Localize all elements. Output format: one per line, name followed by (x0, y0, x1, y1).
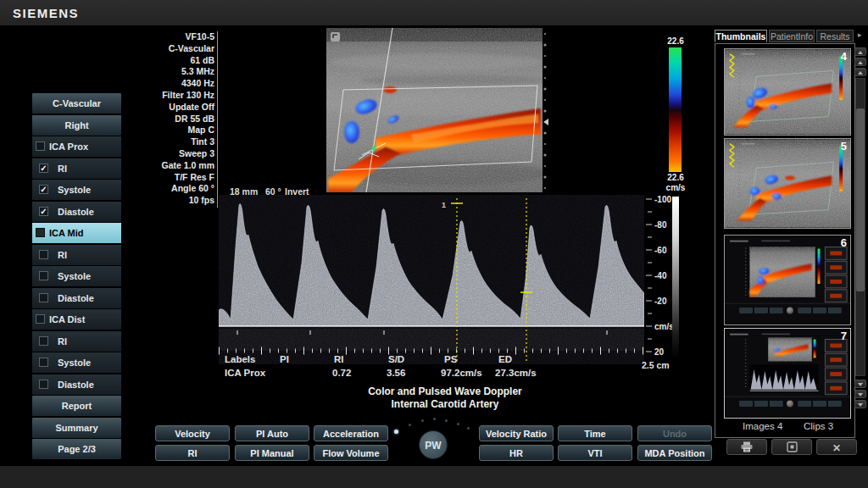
sidebar-item-ica-prox[interactable]: ✓ ICA Prox (32, 136, 121, 157)
checkbox[interactable]: ✓ (39, 164, 48, 173)
scroll-up-button[interactable] (854, 68, 866, 76)
checkbox[interactable]: ✓ (39, 293, 48, 302)
tab-more-arrow-icon[interactable]: ▸ (858, 30, 862, 39)
pw-mode-knob[interactable]: PW (419, 430, 448, 459)
thumbnail-image-7[interactable]: 7 (724, 328, 851, 419)
thumb5-content (725, 139, 850, 228)
meas-header-ps: PS (444, 354, 457, 364)
vti-button[interactable]: VTI (558, 445, 632, 461)
sidebar-item-diastole[interactable]: ✓ Diastole (32, 288, 121, 308)
meas-value-ri: 0.72 (332, 368, 351, 378)
checkbox[interactable]: ✓ (39, 271, 48, 280)
hr-button[interactable]: HR (479, 445, 554, 461)
thumbnail-number: 4 (841, 50, 847, 63)
meas-header-ri: RI (334, 354, 344, 364)
tab-patientinfo[interactable]: PatientInfo (769, 30, 815, 42)
printer-icon (740, 441, 754, 452)
depth-scale-ticks (541, 30, 551, 197)
parameter-divider (217, 31, 218, 208)
tab-results[interactable]: Results (816, 30, 854, 42)
delete-image-button[interactable]: ✕ (816, 439, 857, 455)
sidebar-item-ri[interactable]: ✓ RI (32, 331, 121, 352)
scroll-page-up-button[interactable] (854, 58, 866, 66)
imaging-parameters: VF10-5C-Vascular 61 dB5.3 MHz 4340 HzFil… (117, 31, 214, 207)
pi-auto-button[interactable]: PI Auto (235, 425, 309, 441)
sidebar-item-diastole[interactable]: ✓ Diastole (32, 374, 121, 395)
meas-value-ps: 97.2cm/s (441, 368, 482, 378)
color-scale-bar (669, 47, 682, 172)
checkbox[interactable]: ✓ (36, 228, 45, 237)
checkbox[interactable]: ✓ (39, 380, 48, 389)
checkbox[interactable]: ✓ (39, 358, 48, 367)
check-icon: ✓ (40, 164, 47, 172)
checkbox[interactable]: ✓ (39, 185, 48, 194)
measurement-sidebar: C-Vascular Right ✓ ICA Prox ✓ RI ✓ Systo… (32, 93, 121, 459)
velocity-ratio-button[interactable]: Velocity Ratio (479, 425, 554, 441)
sidebar-header-exam[interactable]: C-Vascular (32, 93, 121, 114)
media-store-icon (787, 441, 798, 452)
velocity-axis: -100 -80 -60 -40 -20 cm/s 20 (644, 195, 685, 364)
thumbnail-number: 5 (841, 140, 847, 152)
summary-button[interactable]: Summary (32, 418, 121, 438)
ultrasound-app: SIEMENS C-Vascular Right ✓ ICA Prox ✓ RI… (0, 0, 868, 488)
meas-header-labels: Labels (225, 354, 255, 364)
report-button[interactable]: Report (32, 396, 121, 416)
svg-text:-80: -80 (654, 220, 667, 230)
scroll-bottom-button[interactable] (854, 400, 866, 408)
svg-text:-60: -60 (654, 246, 667, 255)
acceleration-button[interactable]: Acceleration (314, 425, 388, 441)
meas-header-sd: S/D (388, 354, 404, 364)
sidebar-item-ri[interactable]: ✓ RI (32, 245, 121, 265)
time-button[interactable]: Time (558, 425, 632, 441)
sidebar-item-ica-mid[interactable]: ✓ ICA Mid (32, 223, 121, 243)
ri-button[interactable]: RI (155, 445, 230, 461)
thumbnail-image-5[interactable]: 5 (724, 138, 851, 229)
sidebar-item-systole[interactable]: ✓ Systole (32, 180, 121, 200)
image-caption: Color and Pulsed Wave DopplerInternal Ca… (305, 385, 585, 411)
siemens-logo: SIEMENS (13, 6, 79, 20)
caliper-number: 1 (442, 201, 446, 209)
status-bar: A (0, 466, 868, 488)
thumbnail-scrollbar-thumb[interactable] (856, 108, 865, 291)
gray-map-bar (672, 197, 679, 359)
close-icon: ✕ (832, 442, 841, 454)
sidebar-item-systole[interactable]: ✓ Systole (32, 352, 121, 373)
clips-count: Clips 3 (804, 421, 833, 431)
svg-text:20: 20 (654, 347, 665, 357)
sample-gate-marker (372, 147, 376, 151)
title-bar: SIEMENS (0, 0, 868, 25)
check-icon: ✓ (40, 208, 47, 215)
mda-position-button[interactable]: MDA Position (637, 445, 712, 461)
tab-thumbnails[interactable]: Thumbnails (715, 30, 767, 42)
sidebar-item-diastole[interactable]: ✓ Diastole (32, 202, 121, 222)
color-scale-top-label: 22.6 (661, 36, 690, 46)
undo-button[interactable]: Undo (637, 425, 712, 441)
pi-manual-button[interactable]: PI Manual (235, 445, 309, 461)
sidebar-item-ri[interactable]: ✓ RI (32, 158, 121, 179)
thumbnail-image-6[interactable]: 6 (724, 235, 851, 325)
thumbnail-number: 6 (841, 236, 847, 249)
svg-text:-40: -40 (654, 271, 667, 280)
sidebar-item-ica-dist[interactable]: ✓ ICA Dist (32, 309, 121, 330)
bmode-color-doppler-image (326, 28, 542, 192)
scroll-top-button[interactable] (854, 47, 866, 56)
thumb4-content (725, 49, 850, 135)
checkbox[interactable]: ✓ (36, 141, 45, 151)
focus-marker (543, 119, 548, 125)
flow-volume-button[interactable]: Flow Volume (314, 445, 388, 461)
checkbox[interactable]: ✓ (39, 250, 48, 259)
checkbox[interactable]: ✓ (36, 314, 45, 324)
checkbox[interactable]: ✓ (39, 336, 48, 346)
media-store-button[interactable] (771, 439, 812, 455)
svg-text:-20: -20 (654, 297, 667, 306)
thumbnail-image-4[interactable]: 4 (724, 48, 851, 136)
scroll-page-down-button[interactable] (854, 390, 866, 398)
velocity-button[interactable]: Velocity (155, 425, 230, 441)
page-button[interactable]: Page 2/3 (32, 439, 121, 459)
depth-label: 2.5 cm (642, 360, 670, 370)
sidebar-side-button[interactable]: Right (32, 115, 121, 136)
scroll-down-button[interactable] (854, 380, 866, 388)
checkbox[interactable]: ✓ (39, 207, 48, 216)
sidebar-item-systole[interactable]: ✓ Systole (32, 266, 121, 286)
print-button[interactable] (726, 439, 767, 455)
